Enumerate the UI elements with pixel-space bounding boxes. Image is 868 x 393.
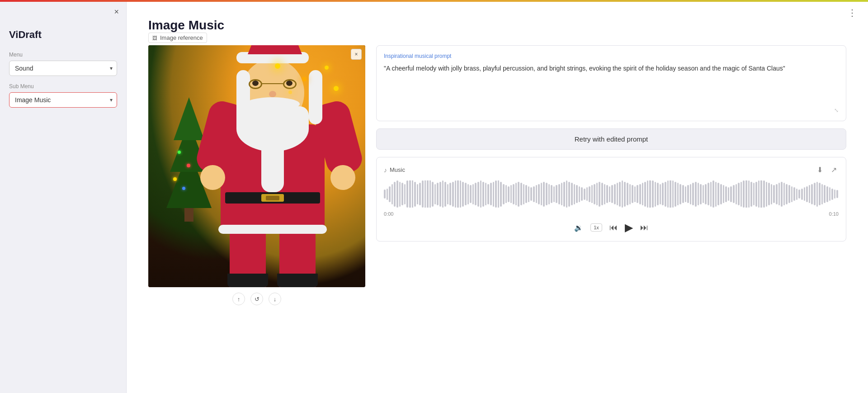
- waveform-bar: [389, 186, 391, 202]
- close-image-button[interactable]: ×: [351, 49, 362, 60]
- waveform-bar: [589, 186, 590, 202]
- waveform-bar: [679, 184, 681, 204]
- waveform-bar: [773, 185, 775, 203]
- waveform-bar: [432, 182, 434, 207]
- waveform-bar: [409, 180, 411, 208]
- waveform-bar: [649, 180, 651, 208]
- waveform-bar: [425, 180, 426, 208]
- image-refresh-button[interactable]: ↺: [250, 293, 263, 305]
- speed-button[interactable]: 1x: [590, 223, 602, 232]
- waveform-bar: [695, 182, 697, 207]
- waveform-bar: [639, 184, 641, 204]
- waveform-bar: [493, 182, 495, 207]
- waveform-bar: [566, 180, 568, 208]
- top-accent-bar: [0, 0, 868, 2]
- waveform-bar: [551, 185, 552, 203]
- prompt-textarea[interactable]: [384, 64, 839, 102]
- player-controls: 🔉 1x ⏮ ▶ ⏭: [384, 221, 839, 234]
- waveform-bar: [490, 183, 492, 205]
- waveform-bar: [508, 186, 509, 202]
- waveform-bar: [533, 186, 535, 202]
- waveform-bar: [736, 184, 737, 204]
- waveform-bar: [581, 187, 583, 201]
- content-area: 🖼 Image reference ×: [148, 45, 846, 375]
- waveform-bar: [712, 180, 714, 208]
- waveform-bar: [670, 180, 671, 208]
- waveform-bar: [429, 180, 431, 208]
- waveform-bar: [660, 184, 661, 204]
- waveform-bar: [710, 182, 712, 207]
- waveform-bar: [801, 189, 803, 200]
- waveform-bar: [485, 183, 487, 205]
- waveform-bar: [518, 182, 519, 207]
- waveform-bar: [728, 187, 730, 201]
- waveform-bar: [422, 180, 424, 208]
- waveform-bar: [750, 182, 752, 207]
- waveform-bar: [601, 183, 603, 205]
- waveform-bar: [715, 182, 717, 207]
- waveform-bar: [520, 183, 522, 205]
- waveform-bar: [467, 184, 469, 204]
- waveform-bar: [556, 185, 557, 203]
- waveform-bar: [586, 187, 588, 201]
- menu-select[interactable]: Sound Video Audio: [9, 61, 117, 76]
- volume-button[interactable]: 🔉: [574, 223, 583, 232]
- waveform-bar: [447, 184, 449, 204]
- santa-image: [148, 45, 365, 287]
- waveform-bar: [401, 183, 403, 205]
- waveform[interactable]: [384, 180, 839, 208]
- waveform-bar: [624, 182, 626, 207]
- waveform-bar: [460, 180, 462, 208]
- waveform-bar: [576, 185, 578, 203]
- retry-button[interactable]: Retry with edited prompt: [376, 128, 846, 150]
- waveform-bar: [452, 182, 454, 207]
- submenu-select[interactable]: Image Music Text Music Voice: [9, 92, 117, 108]
- waveform-bar: [655, 182, 656, 207]
- waveform-bar: [417, 184, 419, 204]
- waveform-bar: [806, 186, 808, 202]
- download-button[interactable]: ⬇: [815, 165, 825, 175]
- waveform-bar: [563, 182, 565, 207]
- audio-title-area: ♪ Music: [384, 166, 405, 174]
- image-reference-text: Image reference: [160, 34, 203, 41]
- close-sidebar-button[interactable]: ×: [114, 7, 119, 17]
- submenu-select-wrapper: Image Music Text Music Voice ▾: [9, 92, 117, 108]
- waveform-bar: [816, 182, 818, 207]
- waveform-bar: [427, 180, 429, 208]
- waveform-bar: [730, 186, 732, 202]
- share-button[interactable]: ↗: [829, 165, 839, 175]
- waveform-bar: [617, 183, 618, 205]
- waveform-bar: [412, 180, 414, 208]
- skip-forward-button[interactable]: ⏭: [640, 223, 648, 232]
- image-up-button[interactable]: ↑: [232, 293, 245, 305]
- waveform-bar: [831, 189, 833, 200]
- audio-header: ♪ Music ⬇ ↗: [384, 165, 839, 175]
- waveform-bar: [404, 184, 406, 204]
- waveform-bar: [599, 182, 600, 207]
- waveform-bar: [687, 185, 689, 203]
- waveform-bar: [821, 184, 823, 204]
- waveform-bar: [778, 183, 780, 205]
- play-button[interactable]: ▶: [625, 221, 633, 234]
- waveform-bar: [804, 187, 806, 201]
- waveform-bar: [662, 183, 664, 205]
- skip-back-button[interactable]: ⏮: [609, 223, 618, 232]
- waveform-bar: [814, 183, 816, 205]
- waveform-bar: [384, 189, 386, 199]
- page-title: Image Music: [148, 18, 846, 33]
- image-down-button[interactable]: ↓: [269, 293, 281, 305]
- waveform-bar: [571, 183, 573, 205]
- menu-select-wrapper: Sound Video Audio ▾: [9, 61, 117, 76]
- waveform-bar: [766, 182, 768, 207]
- waveform-bar: [824, 185, 826, 203]
- waveform-bar: [741, 182, 742, 207]
- waveform-bar: [698, 183, 699, 205]
- waveform-bar: [442, 180, 444, 208]
- waveform-bar: [439, 182, 441, 207]
- waveform-bar: [819, 183, 821, 205]
- image-panel: 🖼 Image reference ×: [148, 45, 365, 375]
- top-menu-button[interactable]: ⋮: [848, 7, 857, 18]
- waveform-bar: [700, 184, 702, 204]
- resize-icon: ⤡: [834, 107, 839, 114]
- waveform-bar: [743, 180, 745, 208]
